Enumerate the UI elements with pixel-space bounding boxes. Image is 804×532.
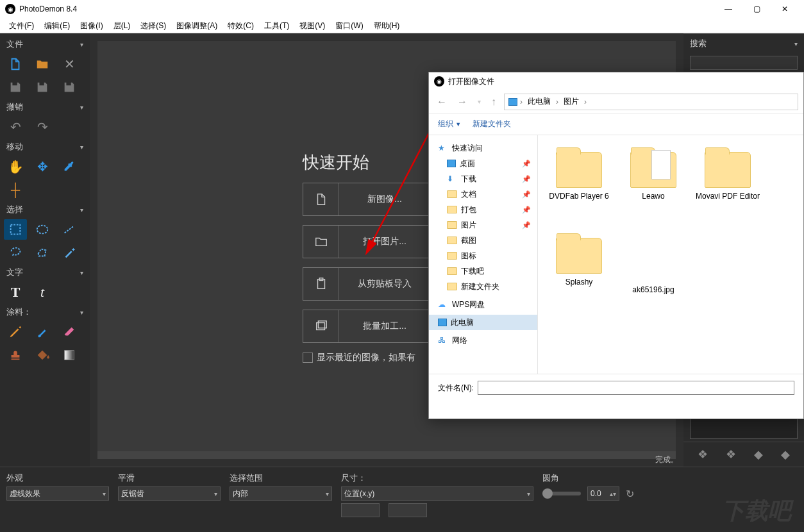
menu-layer[interactable]: 层(L) <box>108 18 136 33</box>
sidebar-quick-access[interactable]: ★快速访问 <box>429 140 537 156</box>
folder-leawo[interactable]: Leawo <box>617 148 689 231</box>
sidebar-pack[interactable]: 打包📌 <box>429 202 537 217</box>
sidebar-wps[interactable]: ☁WPS网盘 <box>429 297 537 312</box>
sidebar-thispc[interactable]: 此电脑 <box>429 315 537 330</box>
layers-icon[interactable]: ❖ <box>698 447 708 461</box>
new-image-button[interactable]: 新图像... <box>303 183 431 216</box>
sidebar-downloads[interactable]: ⬇下载📌 <box>429 171 537 187</box>
layers-down-icon[interactable]: ◆ <box>781 447 790 461</box>
pos-y-input[interactable] <box>389 503 427 517</box>
menu-select[interactable]: 选择(S) <box>135 18 171 33</box>
crumb-pictures[interactable]: 图片 <box>561 96 582 107</box>
redo-icon[interactable]: ↷ <box>31 117 54 137</box>
radius-slider[interactable] <box>542 492 581 495</box>
menu-tools[interactable]: 工具(T) <box>259 18 294 33</box>
sidebar-icons[interactable]: 图标 <box>429 248 537 263</box>
menu-view[interactable]: 视图(V) <box>294 18 330 33</box>
nav-history-button[interactable]: ▾ <box>475 96 483 108</box>
text-tool-icon[interactable]: T <box>4 282 27 303</box>
folder-splashy[interactable]: Splashy <box>543 234 615 317</box>
layers-up-icon[interactable]: ◆ <box>754 447 763 461</box>
tool-section-undo[interactable]: 撤销▾ <box>0 99 90 115</box>
wand-select-icon[interactable] <box>58 242 81 263</box>
line-select-icon[interactable] <box>58 219 81 240</box>
radius-label: 圆角 <box>542 472 634 484</box>
new-folder-button[interactable]: 新建文件夹 <box>473 119 511 129</box>
rect-select-icon[interactable] <box>4 219 27 240</box>
lasso-select-icon[interactable] <box>4 242 27 263</box>
ellipse-select-icon[interactable] <box>31 219 54 240</box>
breadcrumb-bar[interactable]: › 此电脑 › 图片 › <box>504 94 798 110</box>
paste-button[interactable]: 从剪贴板导入 <box>303 267 431 301</box>
menu-adjust[interactable]: 图像调整(A) <box>171 18 222 33</box>
show-recent-checkbox[interactable]: 显示最近的图像，如果有 <box>303 352 431 363</box>
folder-icon <box>630 152 676 188</box>
pos-x-input[interactable] <box>341 503 380 517</box>
pencil-tool-icon[interactable] <box>4 322 27 342</box>
reset-icon[interactable]: ↻ <box>626 488 634 500</box>
batch-button[interactable]: 批量加工... <box>303 310 431 343</box>
gradient-tool-icon[interactable] <box>58 345 81 365</box>
nav-up-button[interactable]: ↑ <box>489 94 499 110</box>
close-file-icon[interactable]: ✕ <box>58 54 81 74</box>
nav-forward-button[interactable]: → <box>455 94 470 110</box>
sidebar-newfolder[interactable]: 新建文件夹 <box>429 279 537 294</box>
save-icon[interactable] <box>4 77 27 97</box>
sidebar-documents[interactable]: 文档📌 <box>429 187 537 202</box>
undo-icon[interactable]: ↶ <box>4 117 27 137</box>
saveas-icon[interactable] <box>31 77 54 97</box>
text-italic-tool-icon[interactable]: t <box>31 282 54 303</box>
folder-movavi[interactable]: Movavi PDF Editor <box>692 148 764 231</box>
smooth-select[interactable]: 反锯齿▾ <box>118 486 221 501</box>
brush-tool-icon[interactable] <box>31 322 54 342</box>
tool-section-paint[interactable]: 涂料：▾ <box>0 304 90 320</box>
appearance-select[interactable]: 虚线效果▾ <box>6 486 109 501</box>
canvas-scrollbar[interactable] <box>97 451 676 459</box>
tool-section-text[interactable]: 文字▾ <box>0 264 90 281</box>
organize-button[interactable]: 组织 ▼ <box>438 119 461 129</box>
menu-help[interactable]: 帮助(H) <box>369 18 405 33</box>
open-folder-icon[interactable] <box>31 54 54 74</box>
maximize-button[interactable]: ▢ <box>742 0 771 18</box>
sidebar-downloadba[interactable]: 下载吧 <box>429 263 537 279</box>
layers-merge-icon[interactable]: ❖ <box>726 447 736 461</box>
tool-section-move[interactable]: 移动▾ <box>0 138 90 155</box>
poly-select-icon[interactable] <box>31 242 54 263</box>
radius-input[interactable]: 0.0▴▾ <box>587 486 619 501</box>
sidebar-screenshots[interactable]: 截图 <box>429 233 537 248</box>
sidebar-network[interactable]: 🖧网络 <box>429 333 537 348</box>
hand-tool-icon[interactable]: ✋ <box>4 156 27 177</box>
stamp-tool-icon[interactable] <box>4 345 27 365</box>
dialog-sidebar: ★快速访问 桌面📌 ⬇下载📌 文档📌 打包📌 图片📌 截图 图标 下载吧 新建文… <box>429 135 538 374</box>
menu-effects[interactable]: 特效(C) <box>222 18 259 33</box>
file-ak65196[interactable]: ak65196.jpg <box>617 234 689 317</box>
menu-image[interactable]: 图像(I) <box>75 18 108 33</box>
nav-back-button[interactable]: ← <box>434 94 449 110</box>
move-tool-icon[interactable]: ✥ <box>31 156 54 177</box>
crumb-thispc[interactable]: 此电脑 <box>525 96 553 107</box>
menu-edit[interactable]: 编辑(E) <box>39 18 75 33</box>
menu-window[interactable]: 窗口(W) <box>330 18 368 33</box>
sidebar-pictures[interactable]: 图片📌 <box>429 217 537 233</box>
folder-dvdfab[interactable]: DVDFab Player 6 <box>543 148 615 231</box>
app-title: PhotoDemon 8.4 <box>19 4 77 13</box>
sidebar-desktop[interactable]: 桌面📌 <box>429 156 537 171</box>
search-input[interactable] <box>690 56 798 70</box>
close-button[interactable]: ✕ <box>771 0 799 18</box>
open-image-button[interactable]: 打开图片... <box>303 225 431 258</box>
filename-input[interactable] <box>478 381 794 395</box>
tool-section-file[interactable]: 文件▾ <box>0 36 90 53</box>
svg-rect-5 <box>316 323 324 330</box>
savecopy-icon[interactable] <box>58 77 81 97</box>
eraser-tool-icon[interactable] <box>58 322 81 342</box>
ruler-tool-icon[interactable]: ┼ <box>4 179 27 200</box>
fill-tool-icon[interactable] <box>31 345 54 365</box>
size-select[interactable]: 位置(x,y)▾ <box>341 486 533 501</box>
eyedropper-icon[interactable] <box>58 156 81 177</box>
range-select[interactable]: 内部▾ <box>230 486 332 501</box>
menu-file[interactable]: 文件(F) <box>4 18 39 33</box>
minimize-button[interactable]: — <box>714 0 742 18</box>
new-file-icon[interactable] <box>4 54 27 74</box>
search-section-header[interactable]: 搜索▾ <box>683 33 804 53</box>
tool-section-select[interactable]: 选择▾ <box>0 201 90 218</box>
